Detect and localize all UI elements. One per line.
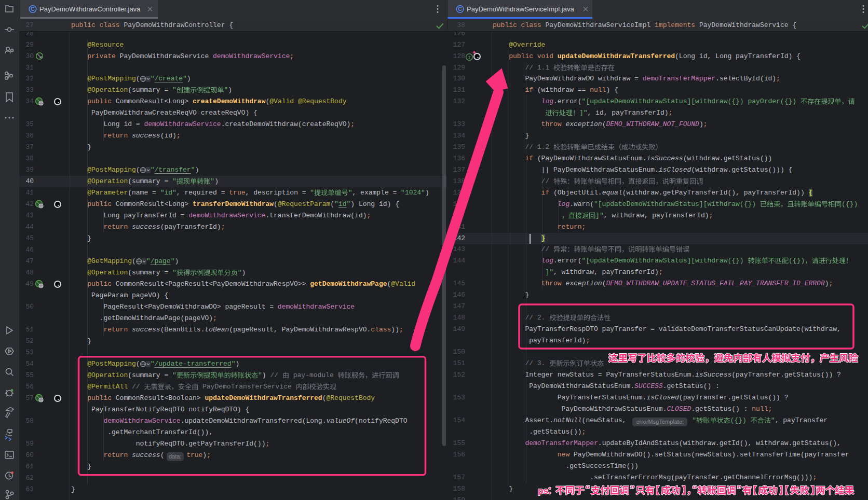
svg-text:I: I bbox=[468, 55, 471, 61]
svg-text:C: C bbox=[31, 6, 35, 12]
svg-text:ps: ps bbox=[538, 486, 548, 496]
svg-text:C: C bbox=[458, 6, 462, 12]
